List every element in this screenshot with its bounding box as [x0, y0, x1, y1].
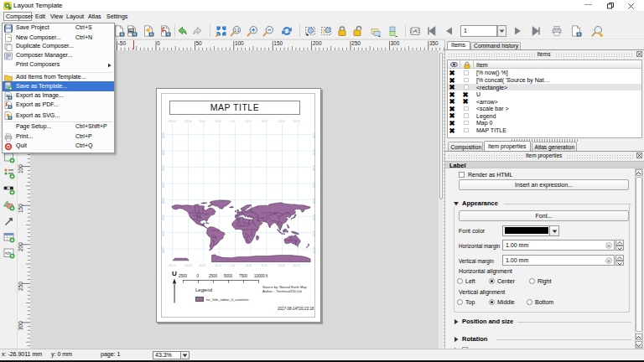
svg-text:e: e	[607, 243, 610, 248]
svg-text:e: e	[607, 258, 610, 263]
